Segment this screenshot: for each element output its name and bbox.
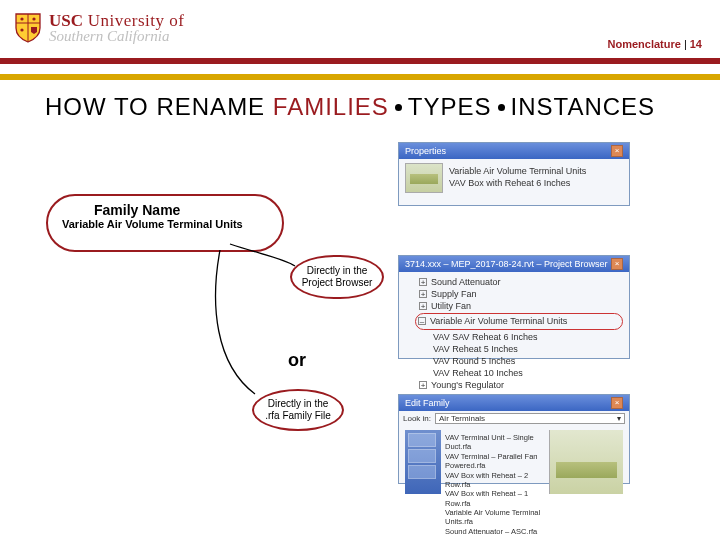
file-dialog-titlebar: Edit Family × — [399, 395, 629, 411]
family-name-value: Variable Air Volume Terminal Units — [62, 218, 268, 230]
svg-point-2 — [20, 28, 23, 31]
slide-title: HOW TO RENAME FAMILIESTYPESINSTANCES — [45, 93, 655, 121]
expand-icon[interactable]: + — [419, 302, 427, 310]
lookin-combo[interactable]: Air Terminals▾ — [435, 413, 625, 424]
place-icon[interactable] — [408, 449, 436, 463]
tree-item[interactable]: VAV Round 5 Inches — [433, 355, 515, 367]
or-label: or — [288, 350, 306, 371]
file-item[interactable]: VAV Box with Reheat – 1 Row.rfa — [445, 489, 545, 508]
expand-icon[interactable]: + — [419, 381, 427, 389]
usc-logo: USC University of Southern California — [15, 12, 184, 44]
bullet-dot-icon — [395, 104, 402, 111]
tree-item[interactable]: Supply Fan — [431, 288, 477, 300]
expand-icon[interactable]: + — [419, 278, 427, 286]
project-browser-panel: 3714.xxx – MEP_2017-08-24.rvt – Project … — [398, 255, 630, 359]
close-icon[interactable]: × — [611, 397, 623, 409]
logo-text: USC University of Southern California — [49, 12, 184, 44]
properties-title: Properties — [405, 146, 446, 156]
bubble-project-browser: Directly in the Project Browser — [290, 255, 384, 299]
expand-icon[interactable]: + — [419, 290, 427, 298]
lookin-row: Look in: Air Terminals▾ — [399, 411, 629, 426]
tree-item[interactable]: Young's Regulator — [431, 379, 504, 391]
file-preview — [549, 430, 623, 494]
place-icon[interactable] — [408, 465, 436, 479]
file-list[interactable]: VAV Terminal Unit – Single Duct.rfa VAV … — [441, 430, 549, 494]
title-prefix: HOW TO RENAME — [45, 93, 273, 120]
project-browser-title: 3714.xxx – MEP_2017-08-24.rvt – Project … — [405, 259, 608, 269]
chevron-down-icon: ▾ — [617, 414, 621, 423]
bubble-rfa-file-text: Directly in the .rfa Family File — [260, 398, 336, 422]
tree-item[interactable]: Utility Fan — [431, 300, 471, 312]
lookin-label: Look in: — [403, 414, 431, 423]
lookin-value: Air Terminals — [439, 414, 485, 423]
properties-panel: Properties × Variable Air Volume Termina… — [398, 142, 630, 206]
tree-item[interactable]: Sound Attenuator — [431, 276, 501, 288]
properties-type-name: VAV Box with Reheat 6 Inches — [449, 178, 586, 190]
breadcrumb-divider: | — [681, 38, 690, 50]
title-types: TYPES — [408, 93, 492, 120]
file-item[interactable]: Sound Attenuator – ASC.rfa — [445, 527, 545, 536]
slide-root: USC University of Southern California No… — [0, 0, 720, 540]
family-name-label: Family Name — [94, 202, 268, 218]
tree-item[interactable]: VAV Reheat 5 Inches — [433, 343, 518, 355]
tree-item[interactable]: VAV Reheat 10 Inches — [433, 367, 523, 379]
tree-item[interactable]: VAV SAV Reheat 6 Inches — [433, 331, 538, 343]
file-item[interactable]: VAV Terminal – Parallel Fan Powered.rfa — [445, 452, 545, 471]
gold-bar — [0, 74, 720, 80]
bullet-dot-icon — [498, 104, 505, 111]
section-name: Nomenclature — [608, 38, 681, 50]
properties-text: Variable Air Volume Terminal Units VAV B… — [449, 166, 586, 189]
project-browser-tree[interactable]: +Sound Attenuator +Supply Fan +Utility F… — [399, 272, 629, 395]
file-item[interactable]: Variable Air Volume Terminal Units.rfa — [445, 508, 545, 527]
breadcrumb: Nomenclature|14 — [608, 38, 702, 50]
svg-point-0 — [20, 17, 23, 20]
properties-titlebar: Properties × — [399, 143, 629, 159]
shield-icon — [15, 13, 41, 43]
close-icon[interactable]: × — [611, 258, 623, 270]
page-number: 14 — [690, 38, 702, 50]
maroon-bar — [0, 58, 720, 64]
place-icon[interactable] — [408, 433, 436, 447]
header: USC University of Southern California No… — [0, 0, 720, 78]
file-item[interactable]: VAV Terminal Unit – Single Duct.rfa — [445, 433, 545, 452]
bubble-rfa-file: Directly in the .rfa Family File — [252, 389, 344, 431]
close-icon[interactable]: × — [611, 145, 623, 157]
file-item[interactable]: VAV Box with Reheat – 2 Row.rfa — [445, 471, 545, 490]
bubble-project-browser-text: Directly in the Project Browser — [298, 265, 376, 289]
collapse-icon[interactable]: – — [418, 317, 426, 325]
highlighted-family-row: –Variable Air Volume Terminal Units — [415, 313, 623, 329]
title-instances: INSTANCES — [511, 93, 656, 120]
file-dialog: Edit Family × Look in: Air Terminals▾ VA… — [398, 394, 630, 484]
family-thumbnail — [405, 163, 443, 193]
properties-family-name: Variable Air Volume Terminal Units — [449, 166, 586, 178]
tree-item[interactable]: Variable Air Volume Terminal Units — [430, 315, 567, 327]
project-browser-titlebar: 3714.xxx – MEP_2017-08-24.rvt – Project … — [399, 256, 629, 272]
logo-southern-california: Southern California — [49, 29, 184, 44]
places-sidebar[interactable] — [405, 430, 441, 494]
title-families: FAMILIES — [273, 93, 389, 120]
file-dialog-title: Edit Family — [405, 398, 450, 408]
svg-point-1 — [32, 17, 35, 20]
